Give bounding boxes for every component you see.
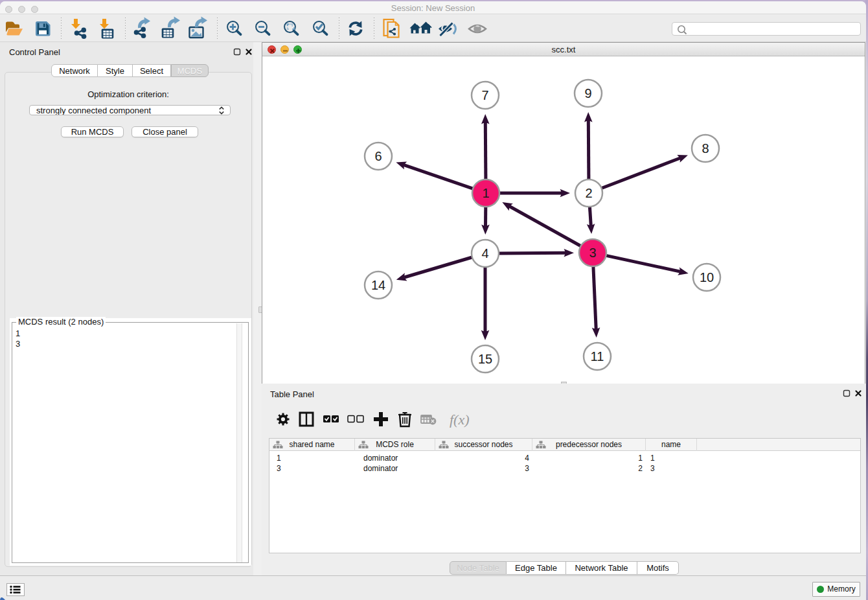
svg-text:9: 9 [584, 86, 591, 100]
svg-text:6: 6 [374, 149, 382, 163]
svg-text:11: 11 [591, 349, 604, 363]
svg-text:4: 4 [481, 246, 488, 260]
svg-text:7: 7 [481, 88, 488, 102]
svg-text:10: 10 [700, 270, 714, 284]
svg-text:3: 3 [589, 246, 596, 260]
svg-text:8: 8 [702, 141, 709, 156]
svg-text:1: 1 [482, 186, 489, 200]
svg-text:14: 14 [371, 278, 385, 292]
svg-text:f(x): f(x) [450, 411, 470, 428]
svg-text:2: 2 [585, 186, 592, 200]
svg-text:15: 15 [478, 352, 492, 366]
